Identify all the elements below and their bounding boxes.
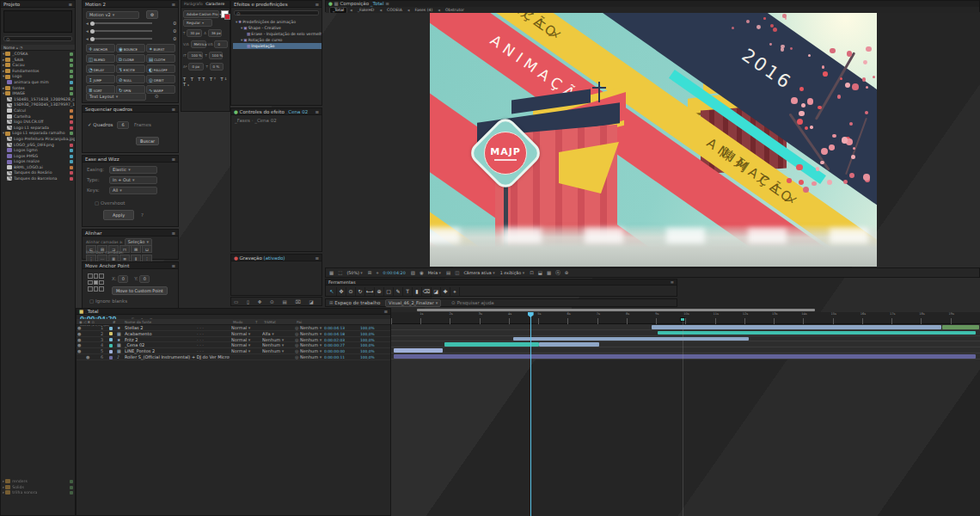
effects-tree-item[interactable]: ▾▣Rotação de curso [233,37,322,43]
tool-icon-9[interactable]: ▮ [413,287,422,296]
ease-row-easing[interactable]: Easing:Elastic▾ [87,166,176,176]
sequencer-checkbox[interactable]: ✓ Quadros [88,122,113,127]
project-item[interactable]: Tanques do Barcelona [1,176,75,182]
layer-duration-bar[interactable] [942,325,978,329]
font-family-dropdown[interactable]: Adobe Caslon Pro▾ [183,10,219,18]
ignore-blanks-checkbox[interactable]: ▢ Ignore blanks [89,298,127,304]
viewer-tool-icon[interactable]: ⊕ [565,268,569,278]
anchor-point-grid[interactable] [88,273,107,292]
label-color-chip[interactable] [70,480,73,483]
layer-row[interactable]: ●3★Fritz 2· · ·Normal ▾Nenhum ▾◎ Nenhum … [77,337,390,343]
tool-icon-10[interactable]: ⌫ [422,287,432,296]
layer-color-chip[interactable] [109,332,113,335]
motion2-header[interactable]: Motion 2≡ [83,1,178,8]
layer-color-chip[interactable] [109,350,113,353]
ease-help-link[interactable]: ? [141,212,144,218]
layer-row[interactable]: ●4▦_Cena 02· · ·Normal ▾Nenhum ▾◎ Nenhum… [77,342,390,348]
ease-apply-button[interactable]: Apply [103,210,134,220]
project-item[interactable]: Logos ligmn [1,148,75,154]
layer-color-chip[interactable] [109,338,113,341]
font-style-dropdown[interactable]: Regular▾ [183,19,212,27]
panel-menu-icon[interactable]: ≡ [385,1,389,6]
viewer-tool-icon[interactable]: ⌖ [376,268,378,278]
motion-button-burst[interactable]: ✶BURST [146,44,175,52]
layer-duration-bar[interactable] [394,348,443,353]
effects-tree-item[interactable]: ▾▣Shape - Creative [233,25,322,31]
motion-button-blend[interactable]: ◫BLEND [86,54,115,63]
anchor-grid-cell[interactable] [88,273,93,279]
character-metric-row[interactable]: IT 100 %T 100 % [183,52,230,63]
motion-button-bounce[interactable]: ◉BOUNCE [116,44,145,52]
layer-color-chip[interactable] [109,327,113,330]
layer-row[interactable]: ●1★Stellas 2· · ·Normal ▾◎ Nenhum ▾0:00:… [77,325,390,331]
effects-search-input[interactable]: ⊙ [234,10,319,15]
text-layout-dropdown[interactable]: Text Layout▾ [86,93,146,101]
label-color-chip[interactable] [70,115,73,119]
tool-icon-3[interactable]: ↻ [356,287,365,296]
sequencer-header[interactable]: Sequenciar quadros≡ [83,106,178,113]
label-color-chip[interactable] [70,486,73,489]
track-row[interactable] [391,347,980,353]
viewer-control-cmeraativa[interactable]: Câmera ativa ▾ [463,268,494,278]
anchor-grid-cell[interactable] [99,273,104,279]
viewer-tool-icon[interactable]: ⬓ [538,268,542,278]
motion-button-falloff[interactable]: ◐FALLOFF [146,64,175,73]
motion-slider[interactable]: ◂0 [86,28,176,35]
viewer-control-50[interactable]: (50%) ▾ [346,268,362,278]
label-color-chip[interactable] [70,109,73,113]
viewer-tool-icon[interactable]: ▦ [547,268,551,278]
project-item[interactable]: logo DVLCR.tiff [1,120,75,126]
tool-icon-13[interactable]: ⌖ [450,287,460,296]
label-color-chip[interactable] [70,144,73,147]
project-item[interactable]: ▾IMAGE [1,91,75,97]
tools-header[interactable]: Ferramentas≡ [326,280,677,286]
viewer-control-1exibio[interactable]: 1 exibição ▾ [500,268,524,278]
layer-duration-bar[interactable] [513,337,749,341]
label-color-chip[interactable] [70,171,73,175]
label-color-chip[interactable] [70,52,73,56]
tool-icon-1[interactable]: ✥ [337,287,346,296]
project-item[interactable]: ▸Solids [1,485,75,491]
motion-button-delay[interactable]: ◔DELAY [86,64,115,73]
record-header[interactable]: ● Gravação (ativado) ≡ [231,255,322,261]
label-color-chip[interactable] [70,177,73,181]
tool-icon-0[interactable]: ↖ [328,287,337,296]
project-item[interactable]: ▾Logo [1,74,75,80]
label-color-chip[interactable] [70,75,73,78]
character-metric-row[interactable]: V∕A MétricaV⁄A 0 [183,40,230,52]
tool-icon-6[interactable]: ▢ [384,287,394,296]
align-header[interactable]: Alinhar≡ [83,230,178,236]
motion-button-cloth[interactable]: ▤CLOTH [146,54,175,63]
panel-menu-icon[interactable]: ≡ [171,1,175,8]
time-ruler[interactable]: 1s2s3s4s5s6s7s8s9s10s11s12s13s14s15s16s1… [391,312,980,324]
project-search-input[interactable]: ⊙ [3,36,72,41]
label-color-chip[interactable] [70,87,73,90]
project-item[interactable]: Logo Prefeitura Piracanjuba.jpg [1,137,75,143]
effects-tree-item[interactable]: ▾✱Predefinições de animação [233,19,322,25]
project-item[interactable]: ▾_COSKA [1,52,75,58]
layer-duration-bar[interactable] [444,342,539,347]
gear-icon[interactable]: ⚙ [155,94,159,99]
panel-menu-icon[interactable]: ≡ [68,1,72,8]
project-item[interactable]: BRML_LOGO.ai [1,165,75,171]
layer-duration-bar[interactable] [658,331,975,335]
breadcrumb-codeia[interactable]: CODEIA [384,8,405,13]
viewer-tool-icon[interactable]: ▦ [329,268,334,278]
label-color-chip[interactable] [70,81,73,84]
character-metric-row[interactable]: T 30 pxA 36 px [183,29,230,40]
align-button[interactable]: ⊞ [131,245,141,253]
anchor-grid-cell[interactable] [88,286,93,292]
motion-button-clone[interactable]: ⧉CLONE [116,54,145,63]
character-metric-row[interactable]: Aª 0 pxT 0 % [183,63,230,74]
motion-slider[interactable]: ◂0 [86,20,176,28]
layer-duration-bar[interactable] [652,325,941,329]
label-color-chip[interactable] [70,166,73,169]
stroke-color-swatch[interactable] [224,14,230,20]
viewer-tool-icon[interactable]: ◉ [420,268,424,278]
label-color-chip[interactable] [70,132,73,135]
layer-duration-bar[interactable] [539,342,600,347]
viewer-tool-icon[interactable]: ⊞ [368,268,372,278]
ease-row-keys[interactable]: Keys:All▾ [87,187,176,197]
sequencer-value-field[interactable]: 6 [117,121,129,129]
sequencer-search-button[interactable]: Buscar [136,137,159,145]
